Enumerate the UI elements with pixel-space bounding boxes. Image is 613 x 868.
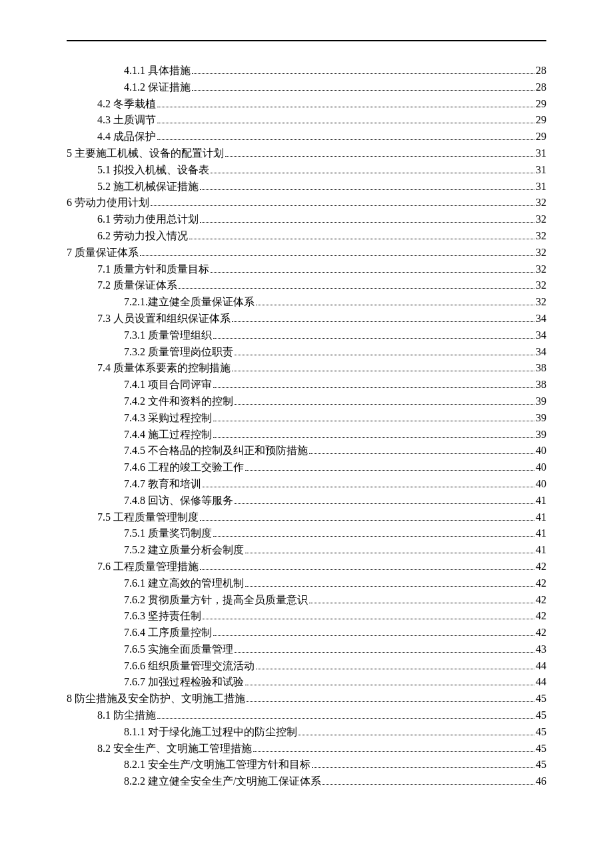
toc-entry-title: 5.1 拟投入机械、设备表 <box>97 162 209 179</box>
toc-entry[interactable]: 7.6.4 工序质量控制42 <box>67 625 546 641</box>
toc-leader-dots <box>203 478 534 487</box>
toc-entry[interactable]: 5 主要施工机械、设备的配置计划31 <box>67 145 546 162</box>
toc-entry-title: 8.1 防尘措施 <box>97 707 156 724</box>
toc-entry[interactable]: 7.4.5 不合格品的控制及纠正和预防措施40 <box>67 443 546 459</box>
toc-entry[interactable]: 8.1 防尘措施45 <box>67 707 546 724</box>
toc-entry[interactable]: 7.4.8 回访、保修等服务41 <box>67 493 546 509</box>
toc-entry[interactable]: 7.2 质量保证体系32 <box>67 277 546 294</box>
toc-entry-page: 38 <box>536 377 546 393</box>
toc-entry[interactable]: 8.2.1 安全生产/文明施工管理方针和目标45 <box>67 757 546 773</box>
toc-entry-title: 7.5 工程质量管理制度 <box>97 509 199 526</box>
toc-entry[interactable]: 8.2.2 建立健全安全生产/文明施工保证体系46 <box>67 773 546 790</box>
toc-entry[interactable]: 7.4.2 文件和资料的控制39 <box>67 393 546 410</box>
toc-leader-dots <box>200 511 534 521</box>
toc-entry-page: 44 <box>536 658 546 675</box>
toc-entry[interactable]: 7.4.6 工程的竣工交验工作40 <box>67 459 546 476</box>
toc-entry-title: 7.6.5 实施全面质量管理 <box>124 641 233 658</box>
toc-leader-dots <box>213 379 534 388</box>
toc-entry-title: 6 劳动力使用计划 <box>67 195 149 211</box>
toc-entry[interactable]: 7.4 质量体系要素的控制措施38 <box>67 360 546 377</box>
toc-entry[interactable]: 6 劳动力使用计划32 <box>67 195 546 211</box>
toc-entry[interactable]: 7.6.7 加强过程检验和试验44 <box>67 674 546 691</box>
toc-entry[interactable]: 4.3 土质调节29 <box>67 112 546 129</box>
toc-entry-title: 7.4.1 项目合同评审 <box>124 377 212 393</box>
toc-entry-title: 7.3.1 质量管理组织 <box>124 327 212 344</box>
toc-leader-dots <box>309 594 534 603</box>
toc-entry[interactable]: 7.1 质量方针和质量目标32 <box>67 261 546 278</box>
toc-entry-page: 45 <box>536 691 546 707</box>
toc-leader-dots <box>245 544 534 553</box>
toc-entry-title: 7.5.1 质量奖罚制度 <box>124 525 212 542</box>
toc-entry[interactable]: 7.4.3 采购过程控制39 <box>67 410 546 427</box>
toc-entry[interactable]: 7.6.6 组织质量管理交流活动44 <box>67 658 546 675</box>
toc-entry-page: 45 <box>536 757 546 773</box>
toc-entry[interactable]: 7.2.1.建立健全质量保证体系32 <box>67 294 546 311</box>
toc-leader-dots <box>247 693 534 702</box>
toc-entry-page: 42 <box>536 559 546 575</box>
toc-leader-dots <box>192 65 534 74</box>
toc-entry[interactable]: 7.5 工程质量管理制度41 <box>67 509 546 526</box>
toc-entry-title: 8.2.1 安全生产/文明施工管理方针和目标 <box>124 757 310 773</box>
toc-entry-title: 7.6.4 工序质量控制 <box>124 625 212 641</box>
toc-entry[interactable]: 7.5.2 建立质量分析会制度41 <box>67 542 546 559</box>
toc-leader-dots <box>235 346 534 355</box>
toc-entry[interactable]: 4.1.2 保证措施28 <box>67 79 546 96</box>
toc-entry-title: 7.4.5 不合格品的控制及纠正和预防措施 <box>124 443 308 459</box>
toc-entry-page: 45 <box>536 707 546 724</box>
toc-entry-page: 32 <box>536 195 546 211</box>
toc-entry[interactable]: 7.5.1 质量奖罚制度41 <box>67 525 546 542</box>
toc-entry[interactable]: 7.4.4 施工过程控制39 <box>67 427 546 443</box>
toc-leader-dots <box>189 230 534 239</box>
toc-leader-dots <box>200 181 534 190</box>
toc-entry[interactable]: 7.6.5 实施全面质量管理43 <box>67 641 546 658</box>
toc-entry-title: 5 主要施工机械、设备的配置计划 <box>67 145 224 162</box>
toc-entry[interactable]: 8.1.1 对于绿化施工过程中的防尘控制45 <box>67 724 546 741</box>
toc-entry-title: 6.2 劳动力投入情况 <box>97 228 188 245</box>
toc-entry[interactable]: 7.4.7 教育和培训40 <box>67 476 546 493</box>
toc-entry-page: 29 <box>536 112 546 129</box>
toc-entry-page: 46 <box>536 773 546 790</box>
toc-entry[interactable]: 6.1 劳动力使用总计划32 <box>67 211 546 228</box>
toc-entry[interactable]: 7.3.1 质量管理组织34 <box>67 327 546 344</box>
toc-leader-dots <box>151 197 534 207</box>
toc-entry[interactable]: 8 防尘措施及安全防护、文明施工措施45 <box>67 691 546 707</box>
toc-leader-dots <box>200 213 534 223</box>
toc-entry[interactable]: 7.6.1 建立高效的管理机制42 <box>67 575 546 592</box>
toc-entry[interactable]: 7.6 工程质量管理措施42 <box>67 559 546 575</box>
toc-entry[interactable]: 5.2 施工机械保证措施31 <box>67 179 546 195</box>
toc-entry[interactable]: 4.2 冬季栽植29 <box>67 96 546 113</box>
toc-leader-dots <box>157 98 534 107</box>
toc-entry-title: 7.4 质量体系要素的控制措施 <box>97 360 231 377</box>
toc-entry[interactable]: 6.2 劳动力投入情况32 <box>67 228 546 245</box>
toc-entry-page: 41 <box>536 509 546 526</box>
toc-entry[interactable]: 4.1.1 具体措施28 <box>67 63 546 79</box>
header-rule <box>67 40 546 41</box>
toc-entry[interactable]: 7.6.3 坚持责任制42 <box>67 608 546 625</box>
toc-entry[interactable]: 7.3 人员设置和组织保证体系34 <box>67 311 546 327</box>
toc-entry-title: 8.2.2 建立健全安全生产/文明施工保证体系 <box>124 773 321 790</box>
toc-leader-dots <box>232 363 534 372</box>
toc-entry[interactable]: 8.2 安全生产、文明施工管理措施45 <box>67 741 546 757</box>
toc-entry-title: 4.2 冬季栽植 <box>97 96 156 113</box>
toc-leader-dots <box>235 495 534 504</box>
toc-entry-page: 32 <box>536 228 546 245</box>
toc-entry[interactable]: 7.4.1 项目合同评审38 <box>67 377 546 393</box>
toc-entry[interactable]: 7 质量保证体系32 <box>67 245 546 261</box>
toc-entry-title: 7 质量保证体系 <box>67 245 139 261</box>
toc-leader-dots <box>299 726 534 735</box>
toc-entry-page: 32 <box>536 261 546 278</box>
toc-entry-page: 42 <box>536 592 546 609</box>
toc-leader-dots <box>157 115 534 124</box>
toc-entry-title: 7.6.1 建立高效的管理机制 <box>124 575 244 592</box>
toc-entry-title: 7.3 人员设置和组织保证体系 <box>97 311 231 327</box>
toc-entry[interactable]: 7.6.2 贯彻质量方针，提高全员质量意识42 <box>67 592 546 609</box>
toc-entry[interactable]: 7.3.2 质量管理岗位职责34 <box>67 344 546 361</box>
toc-leader-dots <box>256 660 534 669</box>
toc-entry-page: 28 <box>536 79 546 96</box>
toc-entry-page: 41 <box>536 542 546 559</box>
toc-leader-dots <box>256 296 534 305</box>
toc-leader-dots <box>179 280 534 289</box>
toc-entry-page: 43 <box>536 641 546 658</box>
toc-entry[interactable]: 4.4 成品保护29 <box>67 129 546 145</box>
toc-entry[interactable]: 5.1 拟投入机械、设备表31 <box>67 162 546 179</box>
